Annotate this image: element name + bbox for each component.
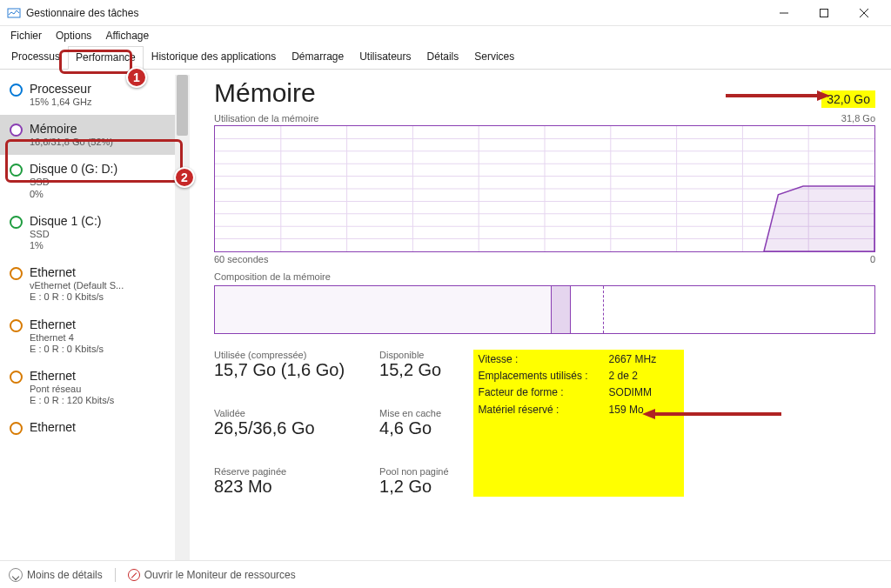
sidebar-item-sub: SSD 0% — [30, 177, 184, 199]
footer: Moins de détails Ouvrir le Moniteur de r… — [0, 560, 891, 588]
chart-title: Utilisation de la mémoire — [214, 113, 318, 124]
ethernet-icon — [10, 267, 23, 280]
composition-used — [215, 286, 552, 333]
spec-speed-label: Vitesse : — [479, 351, 609, 368]
memory-total: 32,0 Go — [821, 90, 875, 108]
stat-cache-label: Mise en cache — [379, 408, 449, 418]
close-button[interactable] — [844, 0, 884, 26]
minimize-button[interactable] — [764, 0, 804, 26]
performance-sidebar: Processeur 15% 1,64 GHz Mémoire 16,6/31,… — [0, 70, 190, 560]
sidebar-item-ethernet-3[interactable]: Ethernet Pont réseau E : 0 R : 120 Kbits… — [0, 362, 190, 413]
resource-monitor-icon — [128, 569, 140, 581]
sidebar-item-sub: Pont réseau E : 0 R : 120 Kbits/s — [30, 384, 184, 406]
footer-divider — [115, 568, 116, 582]
stat-commit-label: Validée — [214, 408, 345, 418]
memory-icon — [10, 124, 23, 137]
sidebar-item-sub: Ethernet 4 E : 0 R : 0 Kbits/s — [30, 332, 184, 355]
stat-nonpaged-label: Pool non paginé — [379, 466, 449, 477]
memory-composition-chart — [214, 285, 875, 334]
stat-nonpaged-value: 1,2 Go — [379, 477, 449, 497]
disk-icon — [10, 164, 23, 177]
sidebar-item-sub: vEthernet (Default S... E : 0 R : 0 Kbit… — [30, 280, 184, 303]
sidebar-item-title: Mémoire — [30, 122, 184, 136]
sidebar-item-ethernet-4[interactable]: Ethernet — [0, 413, 190, 441]
sidebar-item-sub: 16,6/31,8 Go (52%) — [30, 137, 184, 148]
fewer-details-label: Moins de détails — [27, 569, 103, 581]
sidebar-item-title: Disque 0 (G: D:) — [30, 162, 184, 176]
sidebar-item-ethernet-2[interactable]: Ethernet Ethernet 4 E : 0 R : 0 Kbits/s — [0, 311, 190, 362]
composition-standby — [571, 286, 604, 333]
sidebar-item-sub: 15% 1,64 GHz — [30, 97, 184, 108]
spec-slots-label: Emplacements utilisés : — [479, 368, 609, 384]
chart-ymax: 31,8 Go — [841, 113, 875, 124]
resource-monitor-label: Ouvrir le Moniteur de ressources — [144, 569, 296, 581]
stat-used-label: Utilisée (compressée) — [214, 350, 345, 360]
window-title: Gestionnaire des tâches — [26, 7, 138, 19]
app-icon — [7, 6, 21, 20]
menu-options[interactable]: Options — [50, 28, 97, 43]
sidebar-item-ethernet-1[interactable]: Ethernet vEthernet (Default S... E : 0 R… — [0, 258, 190, 310]
chart-xleft: 60 secondes — [214, 254, 268, 264]
spec-form-value: SODIMM — [609, 384, 679, 401]
sidebar-item-title: Ethernet — [30, 369, 184, 383]
composition-free — [604, 286, 874, 333]
spec-form-label: Facteur de forme : — [479, 384, 609, 401]
menu-view[interactable]: Affichage — [100, 28, 154, 43]
ethernet-icon — [10, 422, 23, 435]
spec-reserved-label: Matériel réservé : — [479, 402, 609, 418]
tab-bar: Processus Performance Historique des app… — [0, 45, 891, 70]
titlebar: Gestionnaire des tâches — [0, 0, 891, 26]
tab-performance[interactable]: Performance — [68, 46, 144, 70]
stat-paged-label: Réserve paginée — [214, 466, 345, 477]
stat-used-value: 15,7 Go (1,6 Go) — [214, 360, 345, 380]
composition-label: Composition de la mémoire — [214, 271, 875, 282]
memory-specs: Vitesse :2667 MHz Emplacements utilisés … — [473, 350, 684, 497]
sidebar-item-title: Ethernet — [30, 317, 184, 331]
menu-file[interactable]: Fichier — [5, 28, 47, 43]
svg-marker-25 — [764, 186, 874, 251]
composition-modified — [552, 286, 572, 333]
fewer-details-button[interactable]: Moins de détails — [9, 568, 103, 582]
memory-usage-chart — [214, 125, 875, 252]
spec-slots-value: 2 de 2 — [609, 368, 679, 384]
svg-rect-0 — [8, 9, 20, 17]
sidebar-scrollbar[interactable] — [175, 75, 190, 560]
maximize-button[interactable] — [804, 0, 844, 26]
sidebar-item-disk0[interactable]: Disque 0 (G: D:) SSD 0% — [0, 155, 190, 206]
page-title: Mémoire — [214, 78, 316, 108]
sidebar-item-title: Disque 1 (C:) — [30, 214, 184, 228]
ethernet-icon — [10, 319, 23, 332]
stat-cache-value: 4,6 Go — [379, 418, 449, 438]
disk-icon — [10, 216, 23, 229]
stat-paged-value: 823 Mo — [214, 477, 345, 497]
sidebar-item-title: Processeur — [30, 82, 184, 96]
sidebar-item-title: Ethernet — [30, 420, 184, 434]
tab-startup[interactable]: Démarrage — [284, 45, 352, 69]
spec-speed-value: 2667 MHz — [609, 351, 679, 368]
tab-app-history[interactable]: Historique des applications — [144, 45, 284, 69]
sidebar-item-disk1[interactable]: Disque 1 (C:) SSD 1% — [0, 207, 190, 258]
tab-processes[interactable]: Processus — [3, 45, 68, 69]
chart-xright: 0 — [870, 254, 875, 264]
sidebar-item-sub: SSD 1% — [30, 229, 184, 251]
cpu-icon — [10, 84, 23, 97]
scroll-thumb[interactable] — [177, 75, 188, 136]
sidebar-item-cpu[interactable]: Processeur 15% 1,64 GHz — [0, 75, 190, 115]
stat-commit-value: 26,5/36,6 Go — [214, 418, 345, 438]
sidebar-item-memory[interactable]: Mémoire 16,6/31,8 Go (52%) — [0, 115, 190, 155]
open-resource-monitor-button[interactable]: Ouvrir le Moniteur de ressources — [128, 569, 296, 581]
sidebar-item-title: Ethernet — [30, 265, 184, 279]
tab-services[interactable]: Services — [466, 45, 522, 69]
memory-panel: Mémoire 32,0 Go Utilisation de la mémoir… — [190, 70, 891, 560]
stat-avail-value: 15,2 Go — [379, 360, 449, 380]
svg-rect-2 — [821, 9, 828, 17]
tab-details[interactable]: Détails — [419, 45, 467, 69]
chevron-up-icon — [9, 568, 23, 582]
menubar: Fichier Options Affichage — [0, 26, 891, 45]
spec-reserved-value: 159 Mo — [609, 402, 679, 418]
stat-avail-label: Disponible — [379, 350, 449, 360]
tab-users[interactable]: Utilisateurs — [352, 45, 419, 69]
ethernet-icon — [10, 371, 23, 384]
